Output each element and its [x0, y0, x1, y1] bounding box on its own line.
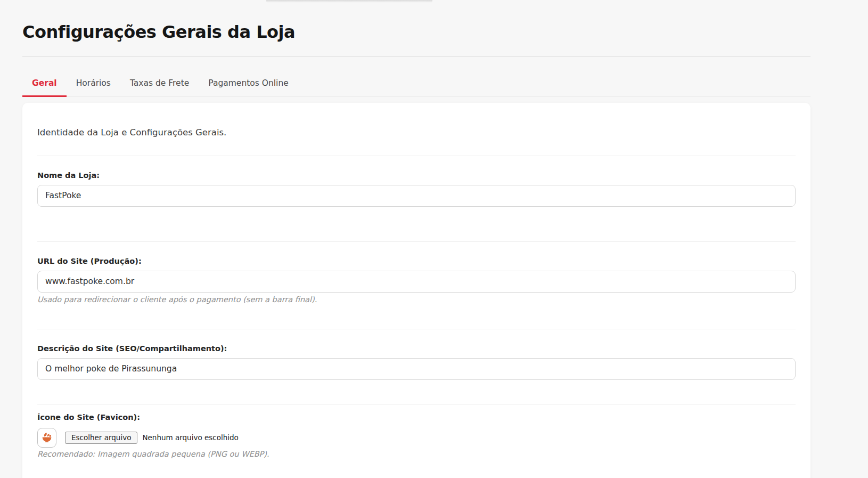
tab-bar: Geral Horários Taxas de Frete Pagamentos…: [22, 74, 810, 96]
page-title: Configurações Gerais da Loja: [22, 22, 810, 42]
tab-pagamentos-online[interactable]: Pagamentos Online: [199, 74, 298, 97]
favicon-helper: Recomendado: Imagem quadrada pequena (PN…: [37, 450, 796, 458]
tab-horarios[interactable]: Horários: [67, 74, 120, 97]
file-status-text: Nenhum arquivo escolhido: [142, 433, 238, 442]
field-site-url: URL do Site (Produção): Usado para redir…: [37, 241, 796, 329]
site-description-input[interactable]: [37, 358, 796, 380]
card-intro: Identidade da Loja e Configurações Gerai…: [37, 127, 796, 137]
favicon-preview: [37, 428, 56, 448]
field-site-description: Descrição do Site (SEO/Compartilhamento)…: [37, 329, 796, 404]
favicon-row: Escolher arquivo Nenhum arquivo escolhid…: [37, 428, 796, 448]
tab-taxas-de-frete[interactable]: Taxas de Frete: [120, 74, 199, 97]
site-url-input[interactable]: [37, 271, 796, 293]
poke-bowl-icon: [40, 431, 53, 444]
general-settings-card: Identidade da Loja e Configurações Gerai…: [22, 103, 810, 478]
site-description-label: Descrição do Site (SEO/Compartilhamento)…: [37, 344, 796, 353]
favicon-file-input[interactable]: Escolher arquivo Nenhum arquivo escolhid…: [65, 432, 239, 444]
site-url-helper: Usado para redirecionar o cliente após o…: [37, 295, 796, 304]
store-name-label: Nome da Loja:: [37, 171, 796, 180]
field-favicon: Ícone do Site (Favicon): Escolher arquiv…: [37, 404, 796, 458]
top-shadow: [266, 0, 432, 3]
favicon-label: Ícone do Site (Favicon):: [37, 413, 796, 422]
store-name-input[interactable]: [37, 185, 796, 207]
site-url-label: URL do Site (Produção):: [37, 257, 796, 265]
field-store-name: Nome da Loja:: [37, 156, 796, 241]
tab-geral[interactable]: Geral: [22, 74, 67, 97]
choose-file-button[interactable]: Escolher arquivo: [65, 432, 137, 444]
settings-page: Configurações Gerais da Loja Geral Horár…: [22, 22, 810, 478]
title-divider: [22, 56, 810, 57]
